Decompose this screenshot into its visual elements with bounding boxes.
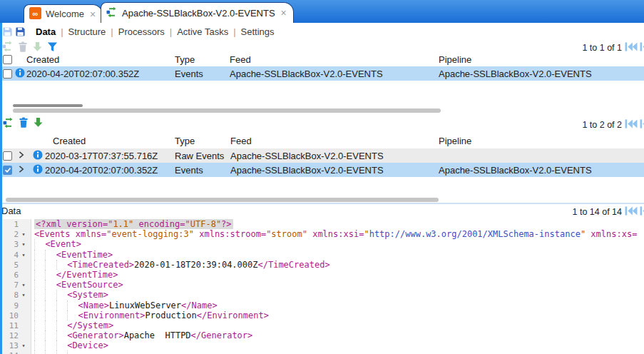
indent-guide <box>45 270 56 280</box>
previous-page-icon[interactable] <box>640 118 644 131</box>
gutter-cell: 14 <box>0 350 31 354</box>
code-text: <?xml version="1.1" encoding="UTF-8"?> <box>31 219 233 229</box>
cell-type: Raw Events <box>175 148 224 163</box>
info-icon[interactable] <box>33 150 43 162</box>
indent-guide <box>34 340 45 350</box>
row-expander-cell <box>17 148 25 163</box>
cell-pipeline: Apache-SSLBlackBox-V2.0-EVENTS <box>439 163 592 177</box>
row-checkbox[interactable] <box>3 166 12 175</box>
detail-hscroll-track[interactable] <box>6 198 439 202</box>
cell-feed: Apache-SSLBlackBox-V2.0-EVENTS <box>230 66 383 81</box>
info-icon[interactable] <box>33 164 43 176</box>
process-icon[interactable] <box>3 117 14 128</box>
table-row[interactable]: 2020-03-17T07:37:55.716ZRaw EventsApache… <box>0 148 644 163</box>
cell-feed: Apache-SSLBlackBox-V2.0-EVENTS <box>230 148 384 163</box>
process-icon[interactable] <box>2 41 14 52</box>
tab-bar: ∞Welcome×Apache-SSLBlackBox-V2.0-EVENTS× <box>0 0 644 23</box>
code-text: <Device> <box>31 340 108 350</box>
download-icon[interactable] <box>33 117 44 128</box>
stream-hscroll-thumb[interactable] <box>13 104 83 107</box>
code-line: 13▾<Device> <box>0 340 644 350</box>
column-header-feed[interactable]: Feed <box>230 134 252 147</box>
column-header-pipeline[interactable]: Pipeline <box>439 53 471 66</box>
stroom-app-window: ∞Welcome×Apache-SSLBlackBox-V2.0-EVENTS×… <box>0 0 644 354</box>
detail-pager-label: 1 to 2 of 2 <box>582 120 622 130</box>
first-page-icon[interactable] <box>625 206 638 218</box>
tab-label: Apache-SSLBlackBox-V2.0-EVENTS <box>122 8 275 19</box>
menu-item-active-tasks[interactable]: Active Tasks <box>177 26 228 37</box>
menu-item-processors[interactable]: Processors <box>118 26 165 37</box>
fold-arrow-icon[interactable]: ▾ <box>19 290 29 300</box>
save-as-icon[interactable]: ... <box>15 26 26 37</box>
menu-items: Data|Structure|Processors|Active Tasks|S… <box>36 26 275 37</box>
table-row[interactable]: 2020-04-20T02:07:00.352ZEventsApache-SSL… <box>0 66 644 81</box>
indent-guide <box>45 300 56 310</box>
line-number: 5 <box>0 261 19 270</box>
code-line: 6</EventTime> <box>0 270 644 280</box>
fold-arrow-icon[interactable]: ▾ <box>19 250 29 260</box>
indent-guide <box>34 280 45 290</box>
indent-guide <box>56 290 67 300</box>
fold-arrow-icon[interactable]: ▾ <box>19 340 29 350</box>
menu-item-data[interactable]: Data <box>36 26 56 37</box>
gutter-cell: 13▾ <box>0 340 31 350</box>
tab-close-icon[interactable]: × <box>281 8 287 18</box>
tab-close-icon[interactable]: × <box>90 9 96 19</box>
cell-type: Events <box>175 163 203 177</box>
row-checkbox[interactable] <box>3 151 12 161</box>
detail-toolbar <box>3 116 44 128</box>
line-number: 4 <box>0 251 19 261</box>
detail-pager: 1 to 2 of 2 <box>582 118 644 131</box>
indent-guide <box>45 350 56 354</box>
code-line: 3▾<Event> <box>0 239 644 249</box>
stream-hscroll-track[interactable] <box>13 108 441 113</box>
column-header-created[interactable]: Created <box>53 134 86 147</box>
table-row[interactable]: 2020-04-20T02:07:00.352ZEventsApache-SSL… <box>0 163 644 177</box>
previous-page-icon[interactable] <box>640 206 644 218</box>
column-header-type[interactable]: Type <box>175 134 195 147</box>
cell-created: 2020-04-20T02:07:00.352Z <box>26 66 139 81</box>
fold-arrow-icon[interactable]: ▾ <box>19 229 29 239</box>
cell-feed: Apache-SSLBlackBox-V2.0-EVENTS <box>230 163 384 177</box>
cell-created: 2020-03-17T07:37:55.716Z <box>45 148 158 163</box>
cell-created: 2020-04-20T02:07:00.352Z <box>45 163 158 177</box>
menu-item-settings[interactable]: Settings <box>241 26 275 37</box>
data-pager-label: 1 to 14 of 14 <box>572 207 622 217</box>
column-header-created[interactable]: Created <box>26 53 59 66</box>
expand-chevron-icon[interactable] <box>17 165 25 176</box>
filter-icon[interactable] <box>47 41 58 52</box>
row-checkbox[interactable] <box>3 69 12 79</box>
indent-guide <box>67 350 78 354</box>
menu-separator: | <box>111 26 113 37</box>
header-checkbox-cell <box>3 53 12 66</box>
column-header-type[interactable]: Type <box>175 53 195 66</box>
first-page-icon[interactable] <box>625 118 638 131</box>
code-line: 10<Environment>Production</Environment> <box>0 310 644 320</box>
column-header-feed[interactable]: Feed <box>230 53 251 66</box>
info-icon[interactable] <box>15 68 25 80</box>
indent-guide <box>56 260 67 270</box>
delete-icon[interactable] <box>18 41 28 52</box>
column-header-pipeline[interactable]: Pipeline <box>439 134 471 147</box>
fold-arrow-icon[interactable]: ▾ <box>19 280 29 290</box>
row-info-cell <box>33 148 43 163</box>
save-icon[interactable] <box>2 26 13 37</box>
stream-toolbar <box>2 41 58 52</box>
fold-arrow-icon[interactable]: ▾ <box>19 239 29 249</box>
indent-guide <box>45 250 56 260</box>
tab-welcome[interactable]: ∞Welcome× <box>24 4 103 23</box>
menu-item-structure[interactable]: Structure <box>68 26 106 37</box>
code-text: <Name>LinuxWebServer</Name> <box>31 300 218 310</box>
code-line: 4▾<EventTime> <box>0 250 644 260</box>
indent-guide <box>34 300 45 310</box>
expand-chevron-icon[interactable] <box>17 151 25 161</box>
indent-guide <box>67 300 78 310</box>
code-line: 12<Generator>Apache HTTPD</Generator> <box>0 330 644 340</box>
svg-text:...: ... <box>19 32 22 36</box>
delete-icon[interactable] <box>19 117 29 128</box>
tab-apache-sslblackbox-v2-0-events[interactable]: Apache-SSLBlackBox-V2.0-EVENTS× <box>101 2 294 23</box>
download-icon[interactable] <box>32 41 43 52</box>
stream-pager-label: 1 to 1 of 1 <box>582 43 622 53</box>
row-checkbox-cell <box>3 148 12 163</box>
select-all-checkbox[interactable] <box>3 55 12 64</box>
